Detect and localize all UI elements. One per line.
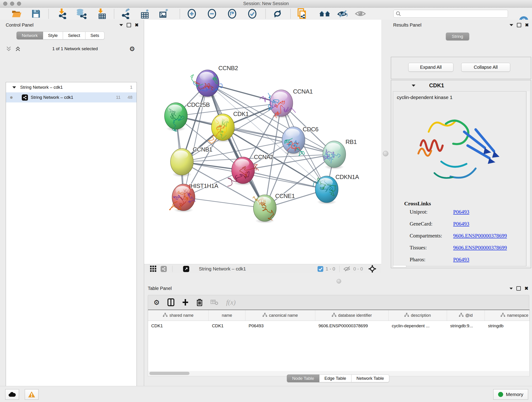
column-header-canonical-name[interactable]: canonical name [245,310,315,321]
network-view-title: String Network – cdk1 [199,266,246,272]
add-column-icon[interactable] [182,299,189,306]
float-panel-icon[interactable] [517,23,521,27]
table-row[interactable]: CDK1CDK1P064939606.ENSP00000378699cyclin… [148,321,530,331]
table-cell[interactable]: stringdb:9... [447,321,485,331]
network-node-CDC25B[interactable]: CDC25B [165,101,210,132]
zoom-selected-icon[interactable] [247,9,258,19]
import-network-database-icon[interactable] [76,9,87,19]
network-graph[interactable]: CCNB2CCNA1CDC25BCDK1CDC6RB1CCNB1CCNA2CDK… [144,20,381,264]
crosslink-value[interactable]: 9606.ENSP00000378699 [453,233,507,239]
crosslink-value[interactable]: P06493 [453,221,469,227]
network-view[interactable]: CCNB2CCNA1CDC25BCDK1CDC6RB1CCNB1CCNA2CDK… [144,20,381,274]
collapse-gene-icon[interactable] [412,85,415,87]
tab-edge-table[interactable]: Edge Table [319,375,351,382]
table-cell[interactable]: CDK1 [148,321,209,331]
column-header-database-identifier[interactable]: database identifier [315,310,389,321]
export-image-icon[interactable] [158,9,170,19]
refresh-icon[interactable] [272,9,283,19]
table-gear-icon[interactable]: ⚙ [153,298,160,306]
panel-menu-icon[interactable] [510,288,513,289]
cloud-status-button[interactable] [5,389,19,400]
open-file-icon[interactable] [11,9,22,19]
close-panel-icon[interactable]: ✖ [135,23,139,27]
table-cell[interactable]: stringdb [485,321,530,331]
search-bar[interactable] [393,10,508,18]
expand-all-button[interactable]: Expand All [408,63,453,72]
birdseye-icon[interactable] [368,265,376,273]
results-horizontal-scrollbar[interactable] [393,265,406,268]
zoom-fit-icon[interactable] [226,9,238,19]
tab-string[interactable]: String [446,32,469,40]
network-node-CCNA1[interactable]: CCNA1 [260,88,312,119]
network-node-CCNE1[interactable]: CCNE1 [253,192,295,223]
select-columns-icon[interactable] [167,298,174,306]
network-node-CDKN1A[interactable]: CDKN1A [313,173,359,205]
table-cell[interactable]: 9606.ENSP00000378699 [315,321,389,331]
network-node-CDC6[interactable]: CDC6 [282,126,318,156]
tab-style[interactable]: Style [43,32,63,39]
copy-style-icon[interactable] [297,9,308,19]
collapse-all-button[interactable]: Collapse All [461,63,510,72]
hidden-eye-icon[interactable] [343,266,351,272]
close-panel-icon[interactable]: ✖ [525,287,528,290]
tree-expander-icon[interactable] [12,86,16,89]
network-node-CCNB1[interactable]: CCNB1 [171,146,212,177]
options-gear-icon[interactable]: ⚙ [129,45,135,53]
network-collection-row[interactable]: String Network – cdk1 1 [6,82,137,92]
tab-network-table[interactable]: Network Table [351,375,389,382]
hide-selected-icon[interactable] [337,9,348,19]
column-header-namespace[interactable]: namespace [485,310,530,321]
network-edge-HIST1H1A-CCNE1[interactable] [184,197,265,208]
network-edge-CCNB2-HIST1H1A[interactable] [184,83,208,197]
show-all-icon[interactable] [355,9,366,19]
tab-network[interactable]: Network [17,32,43,39]
selected-checkbox-icon[interactable] [317,266,323,272]
network-node-RB1[interactable]: RB1 [323,138,357,170]
grid-view-icon[interactable] [150,266,157,272]
panel-menu-icon[interactable] [510,24,513,26]
network-overview-icon[interactable] [161,266,167,272]
crosslink-value[interactable]: P06493 [453,209,469,215]
warnings-button[interactable] [25,389,38,400]
column-header-name[interactable]: name [209,310,245,321]
close-panel-icon[interactable]: ✖ [525,23,529,27]
zoom-out-icon[interactable] [206,9,218,19]
export-table-icon[interactable] [139,9,151,19]
memory-button[interactable]: Memory [493,389,528,400]
splitter-handle[interactable] [383,151,388,156]
first-neighbors-icon[interactable] [319,9,330,19]
import-network-icon[interactable] [56,9,68,19]
column-header-description[interactable]: description [389,310,447,321]
crosslink-value[interactable]: 9606.ENSP00000378699 [453,245,507,251]
column-header-shared-name[interactable]: shared name [148,310,209,321]
gene-card-header[interactable]: CDK1 [391,80,531,91]
tab-node-table[interactable]: Node Table [287,375,319,382]
string-network-icon [22,95,28,101]
tab-select[interactable]: Select [63,32,85,39]
panel-splitter-vertical[interactable] [381,20,391,274]
zoom-in-icon[interactable] [186,9,197,19]
table-cell[interactable]: CDK1 [209,321,245,331]
results-vertical-scrollbar[interactable] [526,91,530,266]
splitter-handle[interactable] [336,279,341,283]
float-panel-icon[interactable] [516,286,521,291]
table-cell[interactable]: P06493 [245,321,315,331]
panel-menu-icon[interactable] [119,24,123,26]
table-cell[interactable]: cyclin-dependent ... [389,321,447,331]
window-title: Session: New Session [0,1,532,6]
delete-column-icon[interactable] [196,298,203,306]
network-node-HIST1H1A[interactable]: HIST1H1A [170,182,219,213]
import-table-icon[interactable] [96,9,107,19]
tab-sets[interactable]: Sets [85,32,104,39]
column-header-@id[interactable]: @id [447,310,485,321]
save-session-icon[interactable] [30,9,42,19]
network-edge-CCNA2-CDKN1A[interactable] [243,170,327,189]
network-row[interactable]: String Network – cdk1 11 48 [6,92,137,102]
collapse-all-icon[interactable] [6,46,12,52]
export-network-icon[interactable] [120,9,132,19]
search-input[interactable] [403,11,508,16]
float-panel-icon[interactable] [127,23,131,27]
expand-all-icon[interactable] [15,46,21,52]
crosslink-value[interactable]: P06493 [453,257,469,263]
detach-view-icon[interactable] [183,266,189,272]
